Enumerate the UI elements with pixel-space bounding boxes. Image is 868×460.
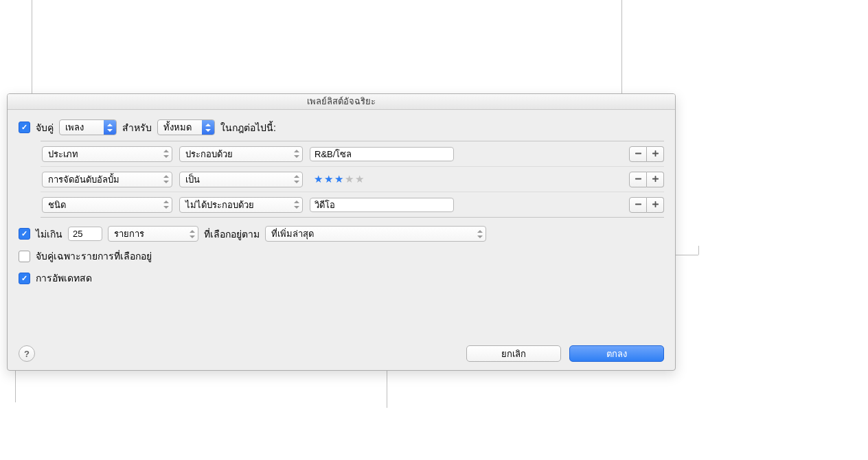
rule-pm-group xyxy=(629,197,664,213)
plus-icon xyxy=(652,174,659,185)
match-type-popup[interactable]: เพลง xyxy=(59,119,117,135)
for-label: สำหรับ xyxy=(122,120,152,135)
rule-field-label: การจัดอันดับอัลบั้ม xyxy=(43,172,161,187)
rule-stars[interactable]: ★★★★★ xyxy=(310,173,368,185)
live-update-label: การอัพเดทสด xyxy=(36,271,92,286)
limit-unit-popup[interactable]: รายการ xyxy=(108,226,198,242)
arrows-icon xyxy=(291,200,302,209)
match-label: จับคู่ xyxy=(36,120,54,135)
ok-button[interactable]: ตกลง xyxy=(569,345,664,362)
rule-field-popup[interactable]: ชนิด xyxy=(42,197,172,213)
arrows-icon xyxy=(202,120,214,135)
remove-rule-button[interactable] xyxy=(629,146,647,162)
callout-line xyxy=(698,246,699,255)
arrows-icon xyxy=(104,120,116,135)
live-update-checkbox[interactable] xyxy=(19,273,30,284)
rule-row: ประเภทประกอบด้วย xyxy=(41,141,664,167)
star-icon[interactable]: ★ xyxy=(355,173,364,185)
rule-pm-group xyxy=(629,146,664,162)
rule-value-field[interactable] xyxy=(310,198,454,212)
limit-count-field[interactable] xyxy=(68,227,102,241)
only-checked-row: จับคู่เฉพาะรายการที่เลือกอยู่ xyxy=(19,249,664,264)
arrows-icon xyxy=(475,230,486,238)
rule-operator-popup[interactable]: ประกอบด้วย xyxy=(179,146,303,162)
svg-rect-3 xyxy=(635,178,641,179)
live-update-row: การอัพเดทสด xyxy=(19,271,664,286)
match-checkbox[interactable] xyxy=(19,122,30,133)
smart-playlist-sheet: เพลย์ลิสต์อัจฉริยะ จับคู่ เพลง สำหรับ ทั… xyxy=(7,93,676,371)
minus-icon xyxy=(635,174,642,185)
arrows-icon xyxy=(161,150,172,158)
minus-icon xyxy=(635,200,642,210)
rule-operator-label: เป็น xyxy=(180,172,291,187)
svg-rect-8 xyxy=(654,200,656,207)
star-icon[interactable]: ★ xyxy=(314,173,323,185)
rule-pm-group xyxy=(629,172,664,187)
options: ไม่เกิน รายการ ที่เลือกอยู่ตาม ที่เพิ่มล… xyxy=(19,226,664,286)
limit-checkbox[interactable] xyxy=(19,228,30,240)
rule-operator-popup[interactable]: เป็น xyxy=(179,172,303,187)
add-rule-button[interactable] xyxy=(647,146,664,162)
arrows-icon xyxy=(291,175,302,183)
star-icon[interactable]: ★ xyxy=(324,173,333,185)
help-icon: ? xyxy=(24,349,30,359)
minus-icon xyxy=(635,149,642,159)
limit-row: ไม่เกิน รายการ ที่เลือกอยู่ตาม ที่เพิ่มล… xyxy=(19,226,664,242)
only-checked-checkbox[interactable] xyxy=(19,251,30,262)
add-rule-button[interactable] xyxy=(647,172,664,187)
plus-icon xyxy=(652,149,659,159)
arrows-icon xyxy=(291,150,302,158)
arrows-icon xyxy=(187,230,198,238)
footer: ? ยกเลิก ตกลง xyxy=(19,345,664,362)
rule-value-field[interactable] xyxy=(310,147,454,161)
rule-field-popup[interactable]: การจัดอันดับอัลบั้ม xyxy=(42,172,172,187)
rule-row: ชนิดไม่ได้ประกอบด้วย xyxy=(41,192,664,217)
arrows-icon xyxy=(161,175,172,183)
rule-field-popup[interactable]: ประเภท xyxy=(42,146,172,162)
rule-operator-popup[interactable]: ไม่ได้ประกอบด้วย xyxy=(179,197,303,213)
star-icon[interactable]: ★ xyxy=(334,173,343,185)
svg-rect-2 xyxy=(654,150,656,156)
help-button[interactable]: ? xyxy=(19,345,35,362)
svg-rect-0 xyxy=(635,152,641,154)
rules-container: ประเภทประกอบด้วยการจัดอันดับอัลบั้มเป็น★… xyxy=(41,141,664,218)
cancel-button[interactable]: ยกเลิก xyxy=(466,345,561,362)
only-checked-label: จับคู่เฉพาะรายการที่เลือกอยู่ xyxy=(36,249,152,264)
add-rule-button[interactable] xyxy=(647,197,664,213)
sheet-title: เพลย์ลิสต์อัจฉริยะ xyxy=(8,94,675,110)
remove-rule-button[interactable] xyxy=(629,172,647,187)
limit-label: ไม่เกิน xyxy=(36,227,62,242)
rule-operator-label: ประกอบด้วย xyxy=(180,147,291,161)
remove-rule-button[interactable] xyxy=(629,197,647,213)
match-scope-popup[interactable]: ทั้งหมด xyxy=(157,119,215,135)
rule-row: การจัดอันดับอัลบั้มเป็น★★★★★ xyxy=(41,167,664,192)
rule-field-label: ชนิด xyxy=(43,198,161,212)
limit-order-popup[interactable]: ที่เพิ่มล่าสุด xyxy=(265,226,486,242)
match-row: จับคู่ เพลง สำหรับ ทั้งหมด ในกฎต่อไปนี้: xyxy=(19,119,664,135)
star-icon[interactable]: ★ xyxy=(345,173,354,185)
rule-operator-label: ไม่ได้ประกอบด้วย xyxy=(180,198,291,212)
plus-icon xyxy=(652,200,659,210)
suffix-label: ในกฎต่อไปนี้: xyxy=(220,120,276,135)
selected-by-label: ที่เลือกอยู่ตาม xyxy=(204,227,260,242)
arrows-icon xyxy=(161,200,172,209)
svg-rect-5 xyxy=(654,175,656,181)
svg-rect-6 xyxy=(635,203,641,205)
rule-field-label: ประเภท xyxy=(43,147,161,161)
